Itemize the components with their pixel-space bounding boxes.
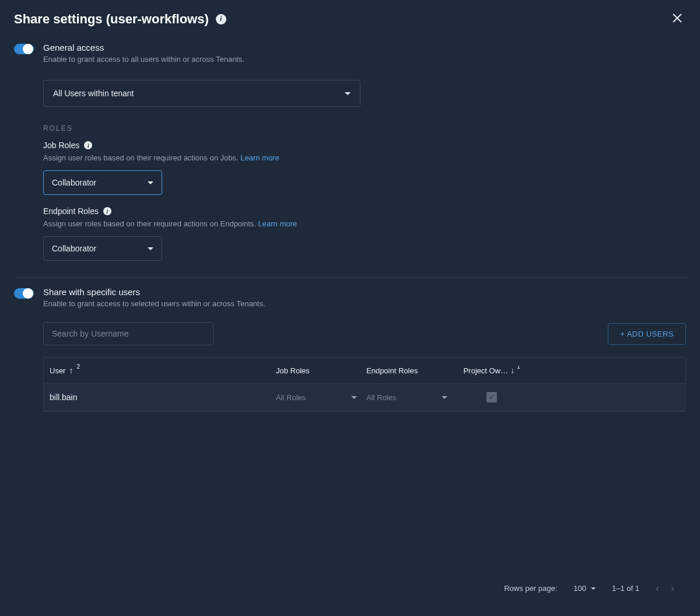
sort-priority-badge: 1	[517, 366, 520, 370]
general-access-section: General access Enable to grant access to…	[0, 33, 700, 270]
add-users-button[interactable]: + ADD USERS	[608, 323, 686, 345]
specific-users-title: Share with specific users	[43, 287, 686, 297]
endpoint-roles-learn-more-link[interactable]: Learn more	[258, 219, 297, 228]
chevron-down-icon	[148, 247, 153, 250]
chevron-down-icon	[148, 181, 153, 184]
column-user[interactable]: User ↑ 2	[50, 366, 276, 375]
close-button[interactable]	[668, 9, 686, 29]
modal-title: Share settings (user-workflows)	[14, 12, 209, 27]
job-roles-cell[interactable]: All Roles	[276, 393, 306, 402]
roles-heading: ROLES	[43, 124, 686, 132]
general-access-desc: Enable to grant access to all users with…	[43, 55, 686, 64]
info-icon[interactable]: i	[103, 207, 111, 215]
users-table: User ↑ 2 Job Roles Endpoint Roles Projec…	[43, 357, 686, 412]
next-page-button[interactable]: ›	[671, 582, 674, 594]
access-scope-value: All Users within tenant	[53, 89, 134, 98]
endpoint-roles-value: Collaborator	[52, 244, 96, 253]
sort-asc-icon: ↑	[69, 366, 73, 375]
specific-users-desc: Enable to grant access to selected users…	[43, 299, 686, 308]
table-row: bill.bain All Roles All Roles ✓	[44, 384, 685, 411]
chevron-down-icon[interactable]	[442, 396, 447, 399]
rows-per-page-select[interactable]: 100	[573, 584, 596, 593]
job-roles-value: Collaborator	[52, 178, 96, 187]
search-username-input[interactable]	[43, 322, 214, 345]
pagination-range: 1–1 of 1	[612, 584, 639, 593]
general-access-title: General access	[43, 43, 686, 52]
chevron-down-icon	[345, 92, 351, 95]
table-header: User ↑ 2 Job Roles Endpoint Roles Projec…	[44, 358, 685, 384]
info-icon[interactable]: i	[216, 14, 226, 24]
job-roles-learn-more-link[interactable]: Learn more	[240, 153, 279, 162]
close-icon	[672, 13, 682, 23]
job-roles-dropdown[interactable]: Collaborator	[43, 170, 162, 195]
general-access-toggle[interactable]	[14, 44, 34, 54]
specific-users-toggle[interactable]	[14, 288, 34, 299]
access-scope-dropdown[interactable]: All Users within tenant	[43, 80, 360, 107]
endpoint-roles-dropdown[interactable]: Collaborator	[43, 236, 162, 261]
user-cell: bill.bain	[50, 393, 77, 402]
project-owner-checkbox[interactable]: ✓	[487, 392, 497, 402]
modal-header: Share settings (user-workflows) i	[0, 0, 700, 33]
column-endpoint-roles[interactable]: Endpoint Roles	[366, 366, 457, 375]
endpoint-roles-label: Endpoint Roles	[43, 206, 99, 216]
sort-priority-badge: 2	[76, 363, 80, 370]
job-roles-desc: Assign user roles based on their require…	[43, 153, 686, 162]
job-roles-label: Job Roles	[43, 141, 79, 150]
rows-per-page-value: 100	[573, 584, 586, 593]
endpoint-roles-desc: Assign user roles based on their require…	[43, 219, 686, 228]
info-icon[interactable]: i	[84, 141, 92, 149]
endpoint-roles-cell[interactable]: All Roles	[366, 393, 396, 402]
rows-per-page-label: Rows per page:	[504, 584, 557, 593]
pagination: Rows per page: 100 1–1 of 1 ‹ ›	[43, 575, 686, 601]
column-job-roles[interactable]: Job Roles	[276, 366, 366, 375]
chevron-down-icon	[591, 587, 596, 590]
sort-desc-icon: ↓	[510, 366, 514, 375]
previous-page-button[interactable]: ‹	[656, 582, 659, 594]
column-project-owner[interactable]: Project Ow… ↓ 1	[457, 366, 527, 375]
chevron-down-icon[interactable]	[351, 396, 357, 399]
specific-users-section: Share with specific users Enable to gran…	[0, 278, 700, 611]
